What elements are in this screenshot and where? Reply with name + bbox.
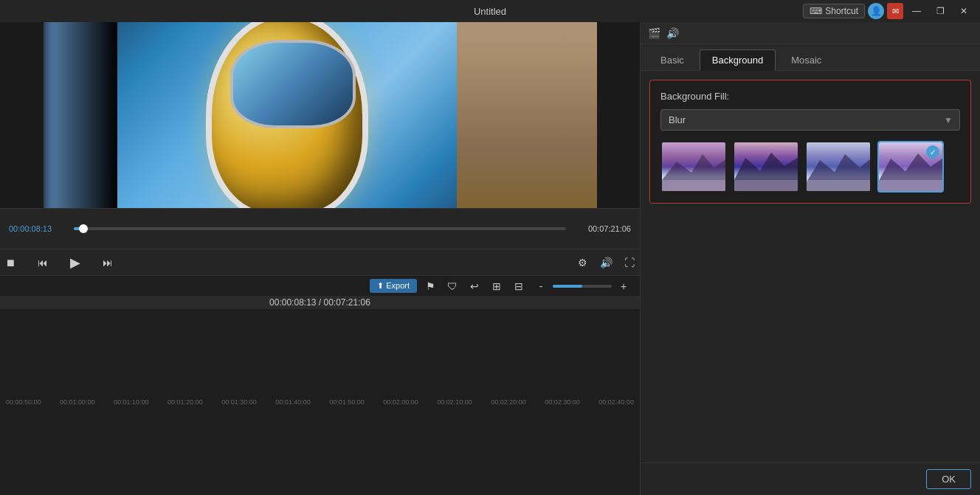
video-controls: 00:00:08:13 00:07:21:06: [0, 208, 640, 249]
background-fill-select[interactable]: Blur Color Image: [660, 109, 960, 131]
minimize-button[interactable]: —: [906, 3, 927, 19]
mark-9: 00:02:20:00: [491, 398, 526, 406]
astronaut-visor: [230, 40, 356, 128]
play-button[interactable]: ▶: [65, 252, 86, 273]
thumb-2-mountain: [734, 141, 799, 191]
ok-button[interactable]: OK: [926, 469, 971, 489]
time-total: 00:07:21:06: [572, 224, 631, 233]
panel-footer: OK: [641, 463, 980, 495]
svg-rect-1: [662, 180, 727, 191]
zoom-track[interactable]: [553, 285, 612, 288]
timecode-display: 00:00:08:13 / 00:07:21:06: [0, 296, 640, 309]
thumb-2-bg: [734, 142, 798, 191]
ruler-marks: 00:00:50:00 00:01:00:00 00:01:10:00 00:0…: [6, 398, 634, 406]
shortcut-button[interactable]: ⌨ Shortcut: [803, 4, 865, 18]
mark-10: 00:02:30:00: [545, 398, 580, 406]
titlebar: Untitled ⌨ Shortcut 👤 ✉ — ❐ ✕: [0, 0, 980, 22]
blur-dropdown-row: Blur Color Image ▼: [660, 109, 960, 131]
thumb-3-bg: [807, 142, 870, 191]
prev-frame-button[interactable]: ⏮: [32, 252, 53, 273]
blur-thumb-1[interactable]: [660, 141, 727, 193]
video-panel: 00:00:08:13 00:07:21:06 ⏹ ⏮ ▶ ⏭ ⚙ 🔊 ⛶ ⬆ …: [0, 22, 641, 495]
zoom-slider: - +: [532, 277, 632, 295]
tab-background[interactable]: Background: [700, 49, 776, 71]
background-section: Background Fill: Blur Color Image ▼: [649, 80, 971, 204]
extra-controls: ⚙ 🔊 ⛶: [572, 252, 640, 273]
panel-content: Background Fill: Blur Color Image ▼: [641, 71, 980, 463]
video-clip-icon: 🎬: [648, 27, 660, 39]
blur-thumb-4[interactable]: ✓: [877, 141, 944, 193]
thumbnails-row: ✓: [660, 141, 960, 193]
maximize-button[interactable]: ❐: [930, 3, 950, 19]
mark-6: 00:01:50:00: [329, 398, 365, 406]
progress-bar[interactable]: [74, 227, 566, 230]
volume-icon[interactable]: 🔊: [596, 252, 616, 273]
blur-thumb-2[interactable]: [733, 141, 799, 193]
timeline-tool-3[interactable]: ↩: [466, 277, 483, 295]
keyboard-icon: ⌨: [810, 6, 822, 16]
right-side-overlay: [457, 22, 597, 208]
right-panel: 🎬 🔊 Basic Background Mosaic Background F…: [641, 22, 980, 495]
thumb-1-mountain: [662, 141, 727, 191]
thumb-1-bg: [662, 142, 725, 191]
mark-1: 00:01:00:00: [60, 398, 95, 406]
mark-8: 00:02:10:00: [437, 398, 472, 406]
svg-rect-7: [879, 180, 944, 191]
progress-thumb[interactable]: [79, 224, 88, 233]
video-canvas: [0, 22, 640, 208]
mark-2: 00:01:10:00: [114, 398, 149, 406]
tab-mosaic[interactable]: Mosaic: [779, 49, 834, 71]
main-video-content: [117, 22, 457, 208]
tab-basic[interactable]: Basic: [648, 49, 697, 71]
zoom-out-button[interactable]: -: [532, 277, 550, 295]
titlebar-right: ⌨ Shortcut 👤 ✉ — ❐ ✕: [803, 3, 974, 19]
timeline-ruler: 00:00:50:00 00:01:00:00 00:01:10:00 00:0…: [0, 309, 640, 495]
video-frame: [44, 22, 597, 208]
time-current: 00:00:08:13: [9, 224, 68, 233]
svg-rect-5: [807, 180, 872, 191]
settings-icon[interactable]: ⚙: [572, 252, 593, 273]
thumb-3-mountain: [807, 141, 872, 191]
tabs-row: Basic Background Mosaic: [641, 44, 980, 71]
panel-header: 🎬 🔊: [641, 22, 980, 44]
zoom-in-button[interactable]: +: [615, 277, 632, 295]
mark-0: 00:00:50:00: [6, 398, 41, 406]
background-fill-label: Background Fill:: [660, 91, 960, 102]
timeline-tool-4[interactable]: ⊞: [488, 277, 505, 295]
main-content: 00:00:08:13 00:07:21:06 ⏹ ⏮ ▶ ⏭ ⚙ 🔊 ⛶ ⬆ …: [0, 22, 980, 495]
fullscreen-icon[interactable]: ⛶: [619, 252, 640, 273]
astronaut-helmet: [206, 22, 368, 208]
timeline-tool-5[interactable]: ⊟: [510, 277, 528, 295]
selected-checkmark: ✓: [926, 145, 939, 159]
user-avatar[interactable]: 👤: [868, 3, 884, 19]
mark-7: 00:02:00:00: [383, 398, 418, 406]
svg-rect-3: [734, 180, 799, 191]
mail-icon[interactable]: ✉: [887, 3, 903, 19]
next-frame-button[interactable]: ⏭: [97, 252, 118, 273]
left-blur-overlay: [44, 22, 117, 208]
mark-5: 00:01:40:00: [275, 398, 311, 406]
blur-thumb-3[interactable]: [805, 141, 872, 193]
app-title: Untitled: [474, 6, 506, 17]
stop-button[interactable]: ⏹: [0, 252, 21, 273]
close-button[interactable]: ✕: [953, 3, 974, 19]
timeline-tool-1[interactable]: ⚑: [421, 277, 439, 295]
audio-icon: 🔊: [666, 27, 679, 39]
zoom-fill: [553, 285, 582, 288]
mark-11: 00:02:40:00: [598, 398, 634, 406]
shortcut-label: Shortcut: [825, 6, 858, 16]
export-button[interactable]: ⬆ Export: [370, 279, 417, 293]
timeline-tool-2[interactable]: 🛡: [444, 277, 461, 295]
mark-3: 00:01:20:00: [168, 398, 203, 406]
mark-4: 00:01:30:00: [221, 398, 257, 406]
